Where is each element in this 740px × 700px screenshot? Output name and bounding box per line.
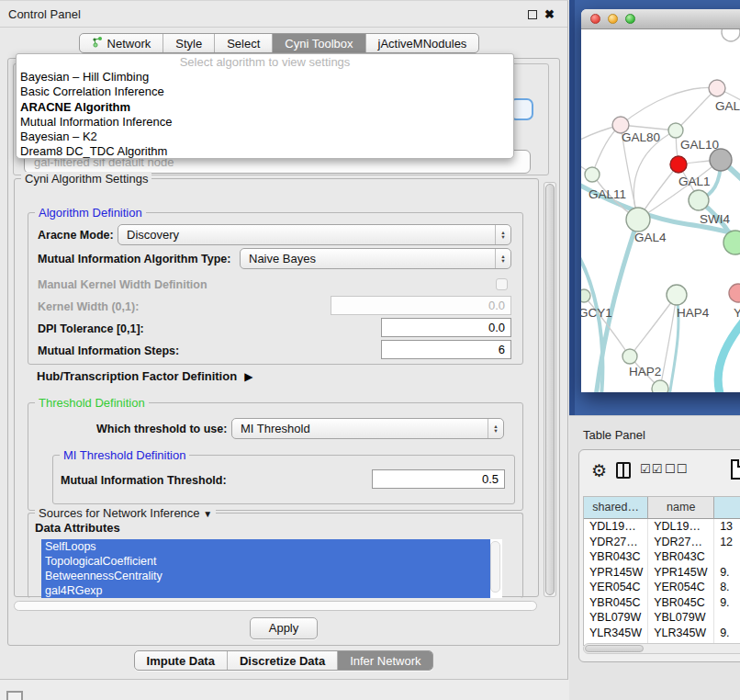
tab-style-label: Style — [175, 37, 202, 51]
apply-button[interactable]: Apply — [250, 617, 319, 639]
kernel-width-input[interactable]: 0.0 — [331, 296, 511, 315]
network-node[interactable] — [585, 167, 600, 182]
settings-vertical-scrollbar[interactable] — [544, 182, 556, 597]
network-node[interactable] — [709, 80, 725, 96]
tab-select[interactable]: Select — [215, 34, 273, 52]
table-row[interactable]: YDL19…YDL19…13 — [584, 519, 740, 535]
table-column-header[interactable]: name — [648, 497, 714, 519]
mi-steps-input[interactable]: 6 — [381, 340, 511, 359]
attribute-list-item[interactable]: SelfLoops — [41, 539, 490, 554]
close-panel-icon[interactable]: ✖ — [544, 10, 555, 19]
algorithm-option[interactable]: Mutual Information Inference — [17, 115, 513, 130]
network-edge[interactable] — [630, 295, 677, 356]
table-cell: YLR345W — [648, 626, 714, 641]
network-node[interactable] — [668, 123, 683, 138]
float-panel-icon[interactable] — [528, 10, 537, 19]
combo-spinner-icon[interactable]: ▲▼ — [488, 419, 503, 438]
network-node-label: HAP2 — [629, 365, 661, 378]
network-node[interactable] — [722, 29, 740, 41]
network-node[interactable] — [581, 289, 590, 302]
collapse-arrow-icon[interactable]: ▼ — [203, 509, 212, 519]
tab-style[interactable]: Style — [163, 34, 215, 52]
network-window-titlebar[interactable] — [581, 9, 740, 29]
network-node-label: GCY1 — [581, 306, 612, 320]
table-cell: YER054C — [648, 580, 714, 595]
table-column-header[interactable]: shared… — [584, 497, 648, 519]
attribute-list-item[interactable]: TopologicalCoefficient — [41, 554, 490, 569]
network-node[interactable] — [622, 349, 637, 364]
sources-group: Sources for Network Inference ▼ Data Att… — [28, 513, 523, 598]
aracne-mode-label: Aracne Mode: — [38, 229, 114, 242]
table-column-header[interactable] — [714, 497, 740, 519]
tab-discretize-data[interactable]: Discretize Data — [228, 651, 338, 670]
tab-jactivemnodules[interactable]: jActiveMNodules — [366, 34, 479, 52]
table-row[interactable]: YLR345WYLR345W9. — [584, 626, 740, 641]
attributes-scrollbar[interactable] — [490, 541, 500, 593]
network-node[interactable] — [626, 208, 650, 231]
network-node-label: GAL — [715, 99, 740, 113]
table-cell: YBL079W — [648, 610, 714, 626]
select-all-checkboxes-icon[interactable]: ☑☑ — [640, 462, 663, 476]
table-row[interactable]: YBR043CYBR043C — [584, 549, 740, 565]
attribute-list-item[interactable]: BetweennessCentrality — [41, 569, 490, 583]
minimize-window-icon[interactable] — [608, 14, 618, 24]
mi-type-combobox[interactable]: Naive Bayes ▲▼ — [240, 248, 511, 269]
table-row[interactable]: YBR045CYBR045C9. — [584, 595, 740, 611]
table-row[interactable]: YPR145WYPR145W9. — [584, 565, 740, 581]
algorithm-option[interactable]: Basic Correlation Inference — [17, 85, 513, 99]
table-horizontal-scrollbar[interactable] — [583, 643, 740, 654]
table-scrollbar-thumb[interactable] — [585, 645, 644, 652]
table-panel-body: ⚙ ☑☑ ☐☐ shared…name YDL19…YDL19…13YDR27…… — [578, 449, 740, 662]
tab-impute-data[interactable]: Impute Data — [135, 651, 228, 670]
tab-jactivemnodules-label: jActiveMNodules — [378, 37, 467, 51]
tab-infer-network[interactable]: Infer Network — [338, 651, 432, 670]
deselect-all-checkboxes-icon[interactable]: ☐☐ — [665, 462, 688, 476]
export-table-icon[interactable] — [731, 459, 740, 480]
network-node[interactable] — [670, 156, 687, 173]
mi-type-label: Mutual Information Algorithm Type: — [38, 253, 230, 265]
dpi-tolerance-input[interactable]: 0.0 — [381, 318, 511, 337]
network-node[interactable] — [710, 149, 732, 171]
node-table[interactable]: shared…name YDL19…YDL19…13YDR27…YDR27…12… — [583, 496, 740, 646]
columns-icon[interactable] — [616, 462, 631, 479]
close-window-icon[interactable] — [590, 14, 600, 24]
algorithm-option[interactable]: Bayesian – Hill Climbing — [17, 70, 513, 85]
network-node-label: GAL4 — [634, 231, 667, 244]
combo-spinner-icon[interactable]: ▲▼ — [495, 225, 510, 244]
network-canvas[interactable]: GALGAL80GAL10GAL11GAL1SWI4GAL4GCY1HAP4YH… — [581, 29, 740, 392]
network-node[interactable] — [652, 380, 668, 392]
network-node[interactable] — [723, 231, 740, 254]
tab-impute-data-label: Impute Data — [147, 654, 215, 668]
gear-icon[interactable]: ⚙ — [591, 460, 607, 482]
network-node[interactable] — [689, 190, 709, 210]
attribute-list-item[interactable]: gal4RGexp — [41, 583, 490, 598]
network-node-label: GAL11 — [589, 187, 626, 201]
minimized-panel-icon[interactable] — [6, 691, 23, 700]
aracne-mode-combobox[interactable]: Discovery ▲▼ — [118, 224, 511, 245]
combo-spinner-icon[interactable]: ▲▼ — [495, 249, 510, 268]
hub-definition-expander[interactable]: Hub/Transcription Factor Definition ▶ — [37, 369, 252, 383]
mi-threshold-input[interactable]: 0.5 — [372, 469, 505, 489]
which-threshold-combobox[interactable]: MI Threshold ▲▼ — [231, 418, 504, 439]
settings-horizontal-scrollbar[interactable] — [14, 601, 537, 611]
algorithm-option[interactable]: ARACNE Algorithm — [17, 100, 513, 115]
network-edge[interactable] — [621, 87, 717, 125]
network-node[interactable] — [729, 284, 740, 302]
network-node[interactable] — [667, 285, 687, 305]
tab-cyni-toolbox[interactable]: Cyni Toolbox — [273, 34, 365, 52]
manual-kernel-checkbox[interactable] — [496, 278, 508, 290]
zoom-window-icon[interactable] — [625, 14, 635, 24]
network-edge[interactable] — [660, 295, 677, 389]
table-toolbar: ⚙ ☑☑ ☐☐ — [579, 459, 740, 485]
algorithm-option[interactable]: Dream8 DC_TDC Algorithm — [17, 144, 513, 159]
tab-network[interactable]: Network — [80, 34, 164, 52]
settings-scrollbar-thumb[interactable] — [545, 184, 555, 595]
table-row[interactable]: YDR27…YDR27…12 — [584, 535, 740, 550]
algorithm-option[interactable]: Bayesian – K2 — [17, 130, 513, 144]
table-cell: YPR145W — [584, 565, 648, 581]
cyni-algorithm-settings-title: Cyni Algorithm Settings — [21, 172, 151, 186]
data-attributes-listbox[interactable]: SelfLoopsTopologicalCoefficientBetweenne… — [41, 539, 502, 598]
table-row[interactable]: YBL079WYBL079W — [584, 610, 740, 626]
table-cell: YER054C — [584, 580, 648, 595]
table-row[interactable]: YER054CYER054C8. — [584, 580, 740, 595]
